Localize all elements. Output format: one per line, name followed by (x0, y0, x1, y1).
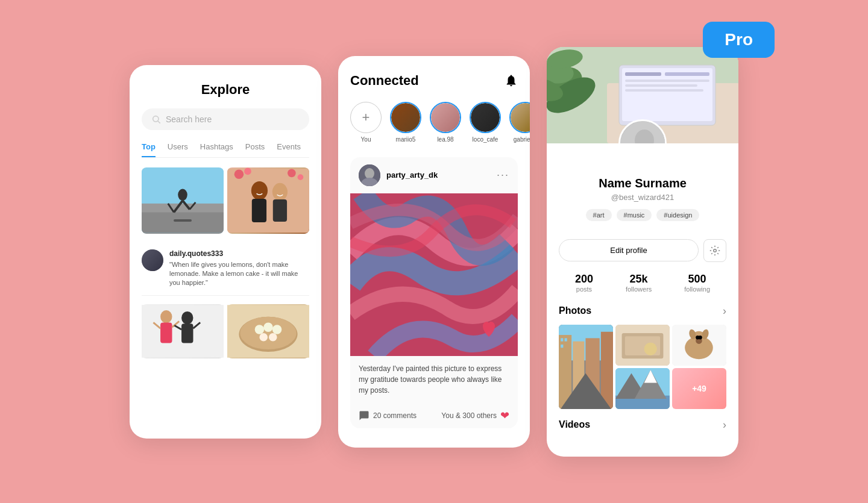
videos-section-header: Videos › (559, 419, 726, 431)
videos-section: Videos › (547, 419, 738, 431)
profile-tag-uidesign: #uidesign (656, 209, 699, 221)
stat-followers-label: followers (626, 286, 652, 293)
edit-profile-button[interactable]: Edit profile (559, 239, 699, 261)
svg-rect-52 (625, 84, 697, 87)
story-ring-gabriel (509, 102, 530, 133)
explore-image-dance (142, 304, 224, 358)
tab-posts[interactable]: Posts (245, 142, 265, 157)
post-username: party_arty_dk (386, 170, 438, 180)
story-avatar-loco (471, 103, 500, 132)
profile-screen: Name Surname @best_wizard421 #art #music… (547, 47, 738, 457)
photos-chevron-icon[interactable]: › (723, 305, 726, 317)
photo-mountain[interactable] (615, 368, 670, 409)
svg-rect-53 (625, 89, 703, 92)
svg-rect-21 (160, 322, 172, 343)
profile-info: Name Surname @best_wizard421 #art #music… (547, 143, 738, 239)
svg-rect-49 (625, 72, 661, 76)
svg-point-15 (251, 181, 268, 199)
profile-name: Name Surname (559, 177, 726, 190)
svg-point-57 (714, 249, 717, 252)
post-card: party_arty_dk ··· (350, 157, 518, 428)
story-item-gabriel[interactable]: gabriel.g (509, 102, 530, 143)
story-item-lea[interactable]: lea.98 (430, 102, 461, 143)
svg-rect-48 (622, 68, 712, 121)
story-avatar-gabriel (511, 103, 530, 132)
search-bar[interactable]: Search here (142, 108, 309, 130)
couple-svg (227, 167, 309, 234)
videos-chevron-icon[interactable]: › (723, 419, 726, 431)
heart-icon: ❤ (500, 409, 509, 422)
story-add-button[interactable]: + (350, 102, 382, 133)
food-svg (227, 304, 309, 358)
profile-cover (547, 47, 738, 143)
connected-title: Connected (350, 73, 419, 89)
tab-hashtags[interactable]: Hashtags (200, 142, 233, 157)
post-user: party_arty_dk (359, 164, 438, 186)
photos-section: Photos › (547, 305, 738, 409)
post-footer: 20 comments You & 300 others ❤ (350, 403, 518, 428)
explore-image-couple (227, 167, 309, 234)
stat-posts-label: posts (575, 286, 593, 293)
photo-more[interactable]: +49 (672, 368, 726, 409)
explore-tabs: Top Users Hashtags Posts Events (142, 142, 309, 158)
svg-point-24 (181, 311, 193, 324)
story-label-lea: lea.98 (437, 136, 453, 143)
svg-rect-25 (181, 323, 193, 343)
svg-point-17 (272, 183, 288, 200)
settings-button[interactable] (703, 239, 726, 262)
stat-following-number: 500 (684, 273, 710, 286)
svg-rect-67 (561, 344, 563, 347)
svg-rect-18 (273, 199, 287, 222)
photo-dog[interactable] (672, 325, 726, 366)
stat-posts-number: 200 (575, 273, 593, 286)
svg-point-35 (269, 333, 277, 342)
dance-svg (142, 304, 224, 358)
desk-svg (615, 325, 670, 366)
photos-grid: +49 (559, 325, 726, 409)
story-item-loco[interactable]: loco_cafe (470, 102, 501, 143)
bell-icon[interactable] (505, 74, 518, 87)
photo-street[interactable] (559, 325, 613, 409)
story-item-you[interactable]: + You (350, 102, 382, 143)
story-item-mariio[interactable]: mariio5 (390, 102, 421, 143)
story-label-gabriel: gabriel.g (514, 136, 530, 143)
svg-line-1 (158, 121, 160, 123)
svg-point-71 (644, 342, 657, 355)
tab-top[interactable]: Top (142, 142, 156, 157)
svg-rect-50 (665, 72, 709, 76)
stat-following: 500 following (684, 273, 710, 293)
tab-users[interactable]: Users (168, 142, 188, 157)
quote-username: daily.quotes333 (169, 249, 309, 258)
dog-svg (672, 325, 726, 366)
post-likes[interactable]: You & 300 others ❤ (441, 409, 509, 422)
post-menu-button[interactable]: ··· (497, 169, 509, 181)
svg-point-32 (263, 322, 273, 332)
quote-text: "When life gives you lemons, don't make … (169, 260, 309, 288)
search-placeholder: Search here (166, 114, 212, 124)
profile-stats: 200 posts 25k followers 500 following (547, 273, 738, 293)
videos-section-title: Videos (559, 419, 590, 430)
profile-handle: @best_wizard421 (559, 193, 726, 202)
svg-rect-16 (252, 199, 266, 222)
profile-tags: #art #music #uidesign (559, 209, 726, 221)
explore-image-grid (142, 167, 309, 234)
pro-badge: Pro (703, 22, 775, 58)
connected-header: Connected (350, 73, 518, 89)
tab-events[interactable]: Events (277, 142, 301, 157)
post-image (350, 193, 518, 356)
likes-text: You & 300 others (441, 411, 497, 420)
mountain-svg (615, 368, 670, 409)
profile-avatar-wrap (618, 119, 667, 143)
photo-desk[interactable] (615, 325, 670, 366)
svg-point-30 (240, 316, 296, 349)
story-avatar-lea (431, 103, 460, 132)
post-comments[interactable]: 20 comments (359, 410, 417, 421)
svg-point-33 (272, 325, 282, 334)
svg-rect-51 (625, 80, 709, 82)
post-caption: Yesterday I've painted this picture to e… (350, 356, 518, 403)
connected-screen: Connected + You mariio5 (338, 56, 530, 448)
comment-icon (359, 410, 370, 421)
svg-point-34 (259, 333, 268, 342)
skate-svg (142, 167, 224, 234)
explore-bottom-grid (142, 304, 309, 358)
